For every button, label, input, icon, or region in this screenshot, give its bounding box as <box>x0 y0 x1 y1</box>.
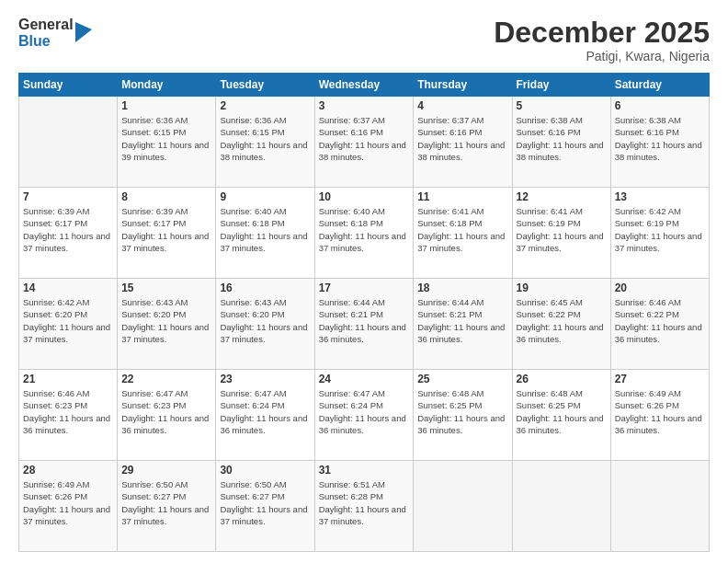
day-number: 11 <box>417 190 507 203</box>
day-number: 26 <box>517 373 607 385</box>
day-info: Sunrise: 6:50 AMSunset: 6:27 PMDaylight:… <box>121 478 211 527</box>
table-row: 24Sunrise: 6:47 AMSunset: 6:24 PMDayligh… <box>314 370 414 461</box>
day-number: 24 <box>319 373 410 385</box>
table-row: 31Sunrise: 6:51 AMSunset: 6:28 PMDayligh… <box>314 461 414 552</box>
table-row: 2Sunrise: 6:36 AMSunset: 6:15 PMDaylight… <box>216 97 314 188</box>
day-info: Sunrise: 6:41 AMSunset: 6:19 PMDaylight:… <box>517 205 607 254</box>
day-number: 10 <box>319 190 410 203</box>
calendar-header: Sunday Monday Tuesday Wednesday Thursday… <box>19 74 710 97</box>
table-row: 14Sunrise: 6:42 AMSunset: 6:20 PMDayligh… <box>19 279 118 370</box>
day-number: 9 <box>220 190 310 203</box>
col-friday: Friday <box>512 74 610 97</box>
day-info: Sunrise: 6:37 AMSunset: 6:16 PMDaylight:… <box>319 114 410 163</box>
day-info: Sunrise: 6:43 AMSunset: 6:20 PMDaylight:… <box>220 296 310 345</box>
logo-blue: Blue <box>18 33 74 50</box>
day-number: 25 <box>417 373 507 385</box>
calendar-table: Sunday Monday Tuesday Wednesday Thursday… <box>18 73 710 552</box>
day-number: 5 <box>517 99 607 112</box>
table-row: 9Sunrise: 6:40 AMSunset: 6:18 PMDaylight… <box>216 188 314 279</box>
day-info: Sunrise: 6:36 AMSunset: 6:15 PMDaylight:… <box>220 114 310 163</box>
logo: General Blue <box>18 17 92 49</box>
table-row: 17Sunrise: 6:44 AMSunset: 6:21 PMDayligh… <box>314 279 414 370</box>
table-row: 5Sunrise: 6:38 AMSunset: 6:16 PMDaylight… <box>512 97 610 188</box>
day-number: 27 <box>615 373 705 385</box>
day-info: Sunrise: 6:40 AMSunset: 6:18 PMDaylight:… <box>220 205 310 254</box>
table-row: 13Sunrise: 6:42 AMSunset: 6:19 PMDayligh… <box>610 188 709 279</box>
day-info: Sunrise: 6:39 AMSunset: 6:17 PMDaylight:… <box>121 205 211 254</box>
day-number: 8 <box>121 190 211 203</box>
table-row <box>512 461 610 552</box>
day-info: Sunrise: 6:40 AMSunset: 6:18 PMDaylight:… <box>319 205 410 254</box>
table-row: 7Sunrise: 6:39 AMSunset: 6:17 PMDaylight… <box>19 188 118 279</box>
day-info: Sunrise: 6:36 AMSunset: 6:15 PMDaylight:… <box>121 114 211 163</box>
day-info: Sunrise: 6:44 AMSunset: 6:21 PMDaylight:… <box>417 296 507 345</box>
day-number: 18 <box>417 282 507 294</box>
col-sunday: Sunday <box>19 74 118 97</box>
day-info: Sunrise: 6:49 AMSunset: 6:26 PMDaylight:… <box>23 478 113 527</box>
day-info: Sunrise: 6:39 AMSunset: 6:17 PMDaylight:… <box>23 205 113 254</box>
table-row: 20Sunrise: 6:46 AMSunset: 6:22 PMDayligh… <box>610 279 709 370</box>
title-block: December 2025 Patigi, Kwara, Nigeria <box>494 17 710 63</box>
day-number: 23 <box>220 373 310 385</box>
calendar-body: 1Sunrise: 6:36 AMSunset: 6:15 PMDaylight… <box>19 97 710 552</box>
day-number: 16 <box>220 282 310 294</box>
day-info: Sunrise: 6:47 AMSunset: 6:23 PMDaylight:… <box>121 387 211 436</box>
day-info: Sunrise: 6:41 AMSunset: 6:18 PMDaylight:… <box>417 205 507 254</box>
day-info: Sunrise: 6:47 AMSunset: 6:24 PMDaylight:… <box>319 387 410 436</box>
location: Patigi, Kwara, Nigeria <box>494 49 710 63</box>
table-row: 10Sunrise: 6:40 AMSunset: 6:18 PMDayligh… <box>314 188 414 279</box>
day-number: 17 <box>319 282 410 294</box>
table-row: 11Sunrise: 6:41 AMSunset: 6:18 PMDayligh… <box>414 188 512 279</box>
header: General Blue December 2025 Patigi, Kwara… <box>18 17 710 63</box>
day-info: Sunrise: 6:42 AMSunset: 6:20 PMDaylight:… <box>23 296 113 345</box>
day-info: Sunrise: 6:38 AMSunset: 6:16 PMDaylight:… <box>517 114 607 163</box>
col-saturday: Saturday <box>610 74 709 97</box>
table-row: 18Sunrise: 6:44 AMSunset: 6:21 PMDayligh… <box>414 279 512 370</box>
table-row: 12Sunrise: 6:41 AMSunset: 6:19 PMDayligh… <box>512 188 610 279</box>
table-row: 16Sunrise: 6:43 AMSunset: 6:20 PMDayligh… <box>216 279 314 370</box>
table-row: 22Sunrise: 6:47 AMSunset: 6:23 PMDayligh… <box>118 370 216 461</box>
day-info: Sunrise: 6:50 AMSunset: 6:27 PMDaylight:… <box>220 478 310 527</box>
table-row: 19Sunrise: 6:45 AMSunset: 6:22 PMDayligh… <box>512 279 610 370</box>
day-info: Sunrise: 6:44 AMSunset: 6:21 PMDaylight:… <box>319 296 410 345</box>
day-number: 28 <box>23 464 113 477</box>
table-row: 6Sunrise: 6:38 AMSunset: 6:16 PMDaylight… <box>610 97 709 188</box>
table-row: 21Sunrise: 6:46 AMSunset: 6:23 PMDayligh… <box>19 370 118 461</box>
table-row: 3Sunrise: 6:37 AMSunset: 6:16 PMDaylight… <box>314 97 414 188</box>
day-info: Sunrise: 6:42 AMSunset: 6:19 PMDaylight:… <box>615 205 705 254</box>
day-info: Sunrise: 6:51 AMSunset: 6:28 PMDaylight:… <box>319 478 410 527</box>
day-number: 21 <box>23 373 113 385</box>
table-row: 28Sunrise: 6:49 AMSunset: 6:26 PMDayligh… <box>19 461 118 552</box>
table-row: 27Sunrise: 6:49 AMSunset: 6:26 PMDayligh… <box>610 370 709 461</box>
table-row: 25Sunrise: 6:48 AMSunset: 6:25 PMDayligh… <box>414 370 512 461</box>
day-info: Sunrise: 6:49 AMSunset: 6:26 PMDaylight:… <box>615 387 705 436</box>
table-row: 29Sunrise: 6:50 AMSunset: 6:27 PMDayligh… <box>118 461 216 552</box>
month-title: December 2025 <box>494 17 710 49</box>
day-number: 13 <box>615 190 705 203</box>
day-number: 20 <box>615 282 705 294</box>
table-row: 8Sunrise: 6:39 AMSunset: 6:17 PMDaylight… <box>118 188 216 279</box>
day-number: 29 <box>121 464 211 477</box>
table-row: 30Sunrise: 6:50 AMSunset: 6:27 PMDayligh… <box>216 461 314 552</box>
day-number: 1 <box>121 99 211 112</box>
table-row <box>610 461 709 552</box>
day-info: Sunrise: 6:46 AMSunset: 6:23 PMDaylight:… <box>23 387 113 436</box>
day-info: Sunrise: 6:37 AMSunset: 6:16 PMDaylight:… <box>417 114 507 163</box>
table-row <box>414 461 512 552</box>
day-number: 14 <box>23 282 113 294</box>
table-row: 23Sunrise: 6:47 AMSunset: 6:24 PMDayligh… <box>216 370 314 461</box>
day-number: 30 <box>220 464 310 477</box>
logo-general: General <box>18 17 74 33</box>
day-info: Sunrise: 6:38 AMSunset: 6:16 PMDaylight:… <box>615 114 705 163</box>
day-number: 19 <box>517 282 607 294</box>
day-number: 3 <box>319 99 410 112</box>
col-monday: Monday <box>118 74 216 97</box>
day-number: 12 <box>517 190 607 203</box>
table-row: 1Sunrise: 6:36 AMSunset: 6:15 PMDaylight… <box>118 97 216 188</box>
logo-icon <box>75 22 92 42</box>
page: General Blue December 2025 Patigi, Kwara… <box>0 0 728 563</box>
day-number: 31 <box>319 464 410 477</box>
day-info: Sunrise: 6:47 AMSunset: 6:24 PMDaylight:… <box>220 387 310 436</box>
day-number: 2 <box>220 99 310 112</box>
day-number: 22 <box>121 373 211 385</box>
